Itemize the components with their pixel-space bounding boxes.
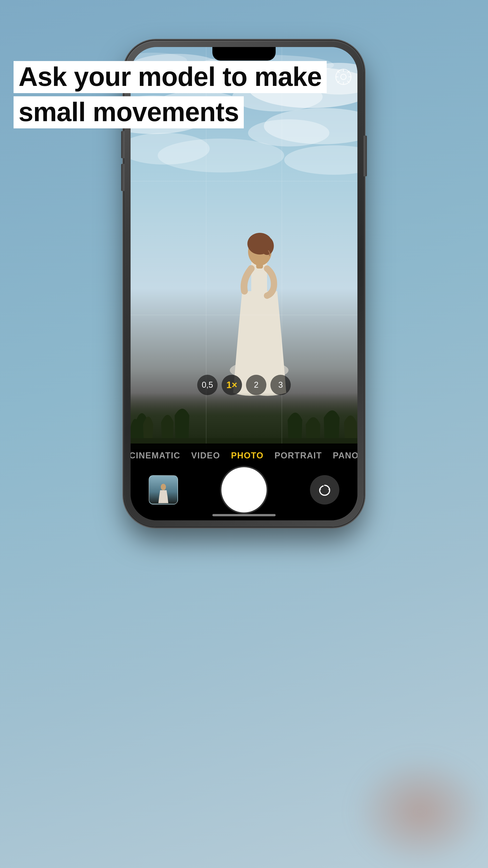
- trees-layer: [131, 393, 357, 450]
- silent-switch[interactable]: [121, 164, 124, 191]
- zoom-1x-button[interactable]: 1×: [222, 375, 242, 395]
- zoom-controls: 0,5 1× 2 3: [197, 375, 291, 395]
- phone-screen: 0,5 1× 2 3 CINEMATIC VIDEO PHOTO PORTRAI…: [131, 47, 357, 520]
- camera-modes-bar: CINEMATIC VIDEO PHOTO PORTRAIT PANO: [131, 443, 357, 520]
- svg-point-23: [161, 484, 166, 490]
- volume-down-button[interactable]: [121, 131, 124, 158]
- camera-controls-row: [131, 467, 357, 513]
- mode-photo[interactable]: PHOTO: [231, 451, 263, 460]
- notch: [213, 47, 275, 61]
- camera-viewfinder[interactable]: 0,5 1× 2 3: [131, 47, 357, 450]
- svg-point-27: [341, 74, 346, 80]
- svg-point-10: [284, 145, 357, 175]
- zoom-2x-button[interactable]: 2: [246, 375, 266, 395]
- gear-icon-area: [334, 68, 352, 86]
- mode-pano[interactable]: PANO: [333, 451, 357, 460]
- svg-point-6: [153, 91, 243, 121]
- mode-video[interactable]: VIDEO: [191, 451, 220, 460]
- thumbnail-button[interactable]: [149, 475, 178, 504]
- flip-icon: [317, 482, 332, 498]
- mode-cinematic[interactable]: CINEMATIC: [131, 451, 180, 460]
- volume-up-button[interactable]: [121, 104, 124, 120]
- shutter-button[interactable]: [221, 467, 267, 513]
- zoom-0.5-button[interactable]: 0,5: [197, 375, 218, 395]
- mode-labels: CINEMATIC VIDEO PHOTO PORTRAIT PANO: [131, 443, 357, 465]
- flip-camera-button[interactable]: [310, 475, 339, 504]
- svg-point-2: [232, 82, 323, 112]
- person-figure: [220, 201, 301, 404]
- phone-frame: 0,5 1× 2 3 CINEMATIC VIDEO PHOTO PORTRAI…: [124, 41, 364, 527]
- svg-point-18: [260, 237, 274, 255]
- power-button[interactable]: [364, 135, 367, 176]
- mode-portrait[interactable]: PORTRAIT: [274, 451, 322, 460]
- shutter-inner: [224, 470, 264, 510]
- thumbnail-image: [149, 476, 177, 504]
- home-indicator: [213, 514, 275, 516]
- svg-rect-19: [256, 262, 263, 269]
- gear-icon: [335, 69, 352, 85]
- zoom-3x-button[interactable]: 3: [270, 375, 291, 395]
- background-blur: [352, 755, 488, 868]
- svg-point-11: [158, 138, 284, 173]
